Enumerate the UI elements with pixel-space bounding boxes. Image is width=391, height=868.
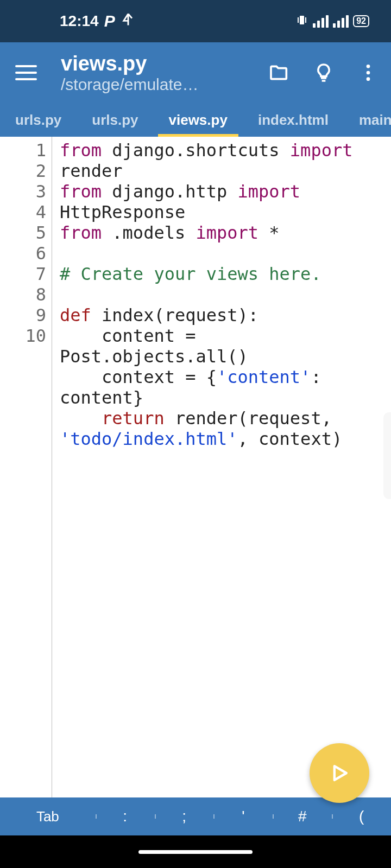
tab-strip: urls.py urls.py views.py index.html main… <box>0 103 391 137</box>
menu-icon[interactable] <box>11 56 43 89</box>
overflow-menu-icon[interactable] <box>356 61 380 85</box>
signal-bars-icon <box>313 15 329 28</box>
line-number: 2 <box>0 161 52 181</box>
key-hash[interactable]: # <box>273 808 332 825</box>
key-tab[interactable]: Tab <box>0 808 96 825</box>
vibrate-icon <box>295 14 308 29</box>
tab-index-html[interactable]: index.html <box>243 103 344 137</box>
line-number: 7 <box>0 264 52 284</box>
line-number: 9 <box>0 305 52 326</box>
line-number: 1 <box>0 140 52 161</box>
line-number: 6 <box>0 243 52 264</box>
scroll-thumb[interactable] <box>383 412 391 499</box>
line-number: 4 <box>0 202 52 222</box>
status-bar: 12:14 P 92 <box>0 0 391 42</box>
tab-urls-2[interactable]: urls.py <box>77 103 153 137</box>
svg-point-3 <box>367 65 370 68</box>
svg-point-5 <box>367 77 370 81</box>
key-apostrophe[interactable]: ' <box>213 808 273 825</box>
status-app-icon-2 <box>121 12 136 31</box>
svg-point-4 <box>367 71 370 75</box>
key-semicolon[interactable]: ; <box>155 808 214 825</box>
status-app-icon-1: P <box>104 12 115 30</box>
status-time: 12:14 <box>60 12 99 30</box>
symbol-key-row: Tab : ; ' # ( <box>0 797 391 835</box>
app-bar: views.py /storage/emulate… <box>0 42 391 103</box>
file-path: /storage/emulate… <box>61 75 263 94</box>
file-title: views.py <box>61 52 263 75</box>
line-number: 8 <box>0 284 52 305</box>
battery-icon: 92 <box>353 15 369 27</box>
line-number: 5 <box>0 222 52 243</box>
run-fab[interactable] <box>310 743 369 803</box>
signal-bars-icon-2 <box>333 15 349 28</box>
tab-urls-1[interactable]: urls.py <box>0 103 77 137</box>
key-colon[interactable]: : <box>96 808 155 825</box>
line-number: 3 <box>0 181 52 202</box>
key-paren[interactable]: ( <box>332 808 391 825</box>
lightbulb-icon[interactable] <box>312 61 336 85</box>
svg-marker-6 <box>335 766 346 780</box>
tab-main-css[interactable]: main.css <box>344 103 391 137</box>
svg-rect-0 <box>300 16 304 24</box>
home-indicator[interactable] <box>138 850 253 854</box>
svg-rect-2 <box>305 17 306 23</box>
line-number-gutter: 1 2 3 4 5 6 7 8 9 10 <box>0 137 52 797</box>
line-number: 10 <box>0 326 52 346</box>
tab-views[interactable]: views.py <box>154 103 243 137</box>
svg-rect-1 <box>298 17 299 23</box>
folder-icon[interactable] <box>267 61 291 85</box>
code-editor[interactable]: 1 2 3 4 5 6 7 8 9 10 from django.shortcu… <box>0 137 391 797</box>
play-icon <box>327 761 351 785</box>
code-content[interactable]: from django.shortcuts import render from… <box>52 137 391 797</box>
system-nav-bar[interactable] <box>0 835 391 868</box>
